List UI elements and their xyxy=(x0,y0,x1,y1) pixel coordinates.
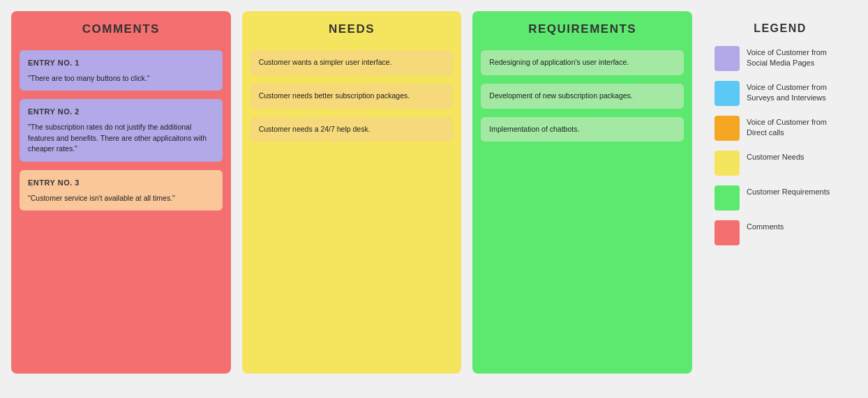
legend-swatch-orange xyxy=(714,116,740,141)
entry-1-title: ENTRY NO. 1 xyxy=(28,57,214,69)
req-text-3: Implementation of chatbots. xyxy=(489,124,675,135)
legend-item-5: Comments xyxy=(714,220,846,245)
legend-label-0: Voice of Customer from Social Media Page… xyxy=(747,46,846,69)
legend-item-4: Customer Requirements xyxy=(714,185,846,211)
need-text-3: Customer needs a 24/7 help desk. xyxy=(259,124,445,135)
req-card-2[interactable]: Development of new subscription packages… xyxy=(481,84,684,109)
comments-column: COMMENTS ENTRY NO. 1 "There are too many… xyxy=(11,11,231,374)
need-card-1[interactable]: Customer wants a simpler user interface. xyxy=(250,50,454,75)
legend-item-1: Voice of Customer from Surveys and Inter… xyxy=(714,81,846,106)
requirements-column: REQUIREMENTS Redesigning of application'… xyxy=(472,11,692,374)
req-text-1: Redesigning of application's user interf… xyxy=(489,57,675,68)
comments-header: COMMENTS xyxy=(20,22,223,36)
legend-swatch-red xyxy=(714,220,740,245)
legend-swatch-green xyxy=(714,185,740,211)
need-text-1: Customer wants a simpler user interface. xyxy=(259,57,445,68)
req-card-3[interactable]: Implementation of chatbots. xyxy=(481,117,684,142)
entry-2-title: ENTRY NO. 2 xyxy=(28,106,214,118)
entry-3-title: ENTRY NO. 3 xyxy=(28,177,214,189)
legend-label-5: Comments xyxy=(747,220,784,232)
legend-swatch-yellow xyxy=(714,151,740,176)
legend-label-2: Voice of Customer from Direct calls xyxy=(747,116,846,139)
legend-label-4: Customer Requirements xyxy=(747,185,830,197)
legend-swatch-purple xyxy=(714,46,740,71)
comment-card-3[interactable]: ENTRY NO. 3 "Customer service isn't avai… xyxy=(20,170,223,211)
legend-swatch-blue xyxy=(714,81,740,106)
needs-column: NEEDS Customer wants a simpler user inte… xyxy=(242,11,462,374)
needs-header: NEEDS xyxy=(250,22,454,36)
need-card-2[interactable]: Customer needs better subscription packa… xyxy=(250,84,454,109)
entry-3-text: "Customer service isn't available at all… xyxy=(28,193,214,204)
need-text-2: Customer needs better subscription packa… xyxy=(259,91,445,102)
legend-item-3: Customer Needs xyxy=(714,151,846,176)
main-container: COMMENTS ENTRY NO. 1 "There are too many… xyxy=(11,11,857,387)
legend-label-3: Customer Needs xyxy=(747,151,805,162)
req-card-1[interactable]: Redesigning of application's user interf… xyxy=(481,50,684,75)
legend-label-1: Voice of Customer from Surveys and Inter… xyxy=(747,81,846,104)
legend-title: LEGEND xyxy=(714,22,846,35)
legend-panel: LEGEND Voice of Customer from Social Med… xyxy=(703,11,857,263)
req-text-2: Development of new subscription packages… xyxy=(489,91,675,102)
entry-1-text: "There are too many buttons to click." xyxy=(28,73,214,84)
requirements-header: REQUIREMENTS xyxy=(481,22,684,36)
legend-item-0: Voice of Customer from Social Media Page… xyxy=(714,46,846,71)
comment-card-1[interactable]: ENTRY NO. 1 "There are too many buttons … xyxy=(20,50,223,91)
entry-2-text: "The subscription rates do not justify t… xyxy=(28,122,214,155)
comment-card-2[interactable]: ENTRY NO. 2 "The subscription rates do n… xyxy=(20,99,223,162)
legend-item-2: Voice of Customer from Direct calls xyxy=(714,116,846,141)
need-card-3[interactable]: Customer needs a 24/7 help desk. xyxy=(250,117,454,142)
